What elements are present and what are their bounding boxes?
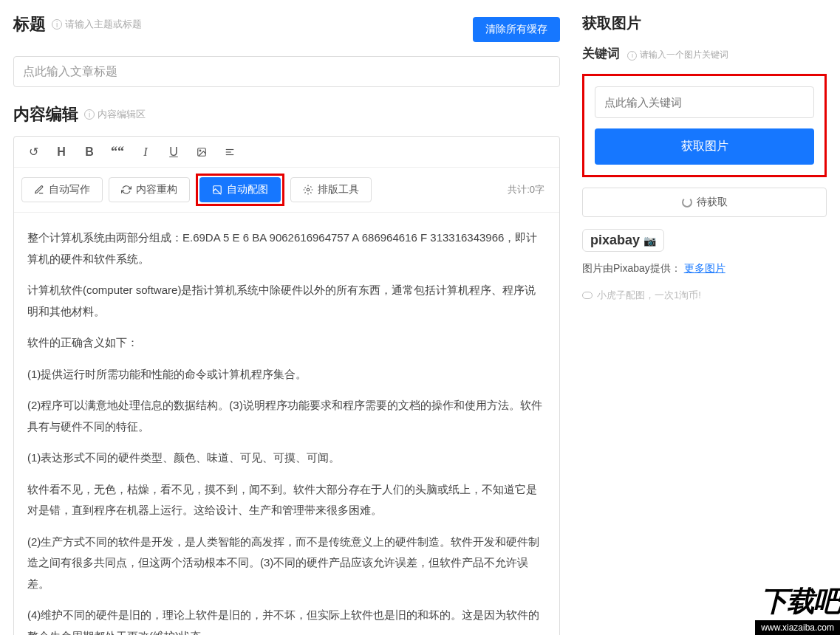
content-hint: i 内容编辑区	[84, 108, 146, 121]
paragraph: 软件看不见，无色，枯燥，看不见，摸不到，闻不到。软件大部分存在于人们的头脑或纸上…	[27, 479, 546, 521]
keyword-hint-text: 请输入一个图片关键词	[640, 49, 728, 60]
word-count: 共计:0字	[508, 183, 552, 196]
editor-body[interactable]: 整个计算机系统由两部分组成：E.69DA 5 E 6 BA 9062616964…	[14, 213, 559, 635]
footer-note-text: 小虎子配图，一次1淘币!	[597, 289, 701, 302]
auto-image-highlight: 自动配图	[196, 174, 284, 206]
underline-icon[interactable]: U	[166, 144, 181, 159]
watermark-logo: 下载吧	[755, 583, 840, 620]
get-image-title: 获取图片	[582, 13, 827, 33]
heading-icon[interactable]: H	[54, 144, 69, 159]
bold-icon[interactable]: B	[82, 144, 97, 159]
paragraph: 软件的正确含义如下：	[27, 332, 546, 354]
info-icon: i	[84, 109, 95, 120]
watermark: 下载吧 www.xiazaiba.com	[755, 583, 840, 635]
svg-point-6	[307, 188, 310, 191]
pixabay-badge-wrap: pixabay 📷	[582, 217, 827, 252]
title-hint-text: 请输入主题或标题	[65, 18, 142, 31]
auto-write-label: 自动写作	[49, 183, 90, 196]
quote-icon[interactable]: ““	[110, 144, 125, 159]
footer-note: 小虎子配图，一次1淘币!	[582, 289, 827, 302]
paragraph: 计算机软件(computer software)是指计算机系统中除硬件以外的所有…	[27, 280, 546, 322]
align-icon[interactable]	[222, 144, 237, 159]
more-images-link[interactable]: 更多图片	[684, 262, 725, 274]
article-title-input[interactable]	[13, 56, 560, 87]
undo-icon[interactable]: ↺	[26, 144, 41, 159]
keyword-header: 关键词 i 请输入一个图片关键词	[582, 45, 827, 62]
keyword-highlight-box: 获取图片	[582, 74, 827, 177]
image-icon[interactable]	[194, 144, 209, 159]
pending-box[interactable]: 待获取	[582, 188, 827, 217]
layout-tool-label: 排版工具	[318, 183, 359, 196]
content-editor-box: ↺ H B ““ I U 自动写作 内容重构	[13, 136, 560, 635]
restructure-button[interactable]: 内容重构	[109, 177, 190, 202]
restructure-label: 内容重构	[136, 183, 177, 196]
auto-image-label: 自动配图	[227, 183, 268, 196]
layout-tool-button[interactable]: 排版工具	[290, 177, 372, 202]
content-hint-text: 内容编辑区	[98, 108, 146, 121]
cloud-icon	[582, 292, 593, 299]
title-section-header: 标题 i 请输入主题或标题	[13, 13, 142, 35]
pixabay-badge: pixabay 📷	[582, 229, 664, 252]
title-hint: i 请输入主题或标题	[52, 18, 142, 31]
action-toolbar: 自动写作 内容重构 自动配图 排版工具 共计:0字	[14, 168, 559, 213]
title-label: 标题	[13, 13, 46, 35]
paragraph: 整个计算机系统由两部分组成：E.69DA 5 E 6 BA 9062616964…	[27, 227, 546, 270]
content-section-header: 内容编辑 i 内容编辑区	[13, 103, 560, 126]
auto-image-button[interactable]: 自动配图	[199, 177, 281, 202]
paragraph: (2)程序可以满意地处理信息的数据结构。(3)说明程序功能要求和程序需要的文档的…	[27, 395, 546, 437]
spinner-icon	[682, 197, 692, 207]
paragraph: (4)维护不同的硬件是旧的，理论上软件是旧的，并不坏，但实际上软件也是旧的和坏的…	[27, 605, 546, 635]
info-icon: i	[627, 51, 637, 61]
pixabay-label: pixabay	[590, 233, 640, 247]
provided-by-text: 图片由Pixabay提供： 更多图片	[582, 262, 827, 275]
paragraph: (1)提供运行时所需功能和性能的命令或计算机程序集合。	[27, 364, 546, 385]
info-icon: i	[52, 19, 62, 30]
paragraph: (1)表达形式不同的硬件类型、颜色、味道、可见、可摸、可闻。	[27, 447, 546, 469]
camera-icon: 📷	[643, 235, 656, 247]
keyword-hint: i 请输入一个图片关键词	[627, 49, 728, 60]
pending-text: 待获取	[697, 196, 728, 209]
main-column: 标题 i 请输入主题或标题 清除所有缓存 内容编辑 i 内容编辑区 ↺ H B …	[0, 0, 569, 635]
editor-toolbar: ↺ H B ““ I U	[14, 137, 559, 168]
get-image-section: 获取图片	[582, 13, 827, 33]
content-label: 内容编辑	[13, 103, 78, 126]
paragraph: (2)生产方式不同的软件是开发，是人类智能的高发挥，而不是传统意义上的硬件制造。…	[27, 532, 546, 595]
side-column: 获取图片 关键词 i 请输入一个图片关键词 获取图片 待获取 pixabay 📷…	[569, 0, 840, 635]
watermark-url: www.xiazaiba.com	[755, 620, 840, 635]
get-image-button[interactable]: 获取图片	[595, 128, 814, 165]
keyword-label: 关键词	[582, 47, 620, 61]
title-header-row: 标题 i 请输入主题或标题 清除所有缓存	[13, 13, 560, 46]
clear-cache-button[interactable]: 清除所有缓存	[473, 17, 560, 42]
auto-write-button[interactable]: 自动写作	[21, 177, 103, 202]
italic-icon[interactable]: I	[138, 144, 153, 159]
svg-point-1	[199, 150, 201, 151]
keyword-input[interactable]	[595, 86, 814, 118]
provided-prefix: 图片由Pixabay提供：	[582, 262, 681, 274]
